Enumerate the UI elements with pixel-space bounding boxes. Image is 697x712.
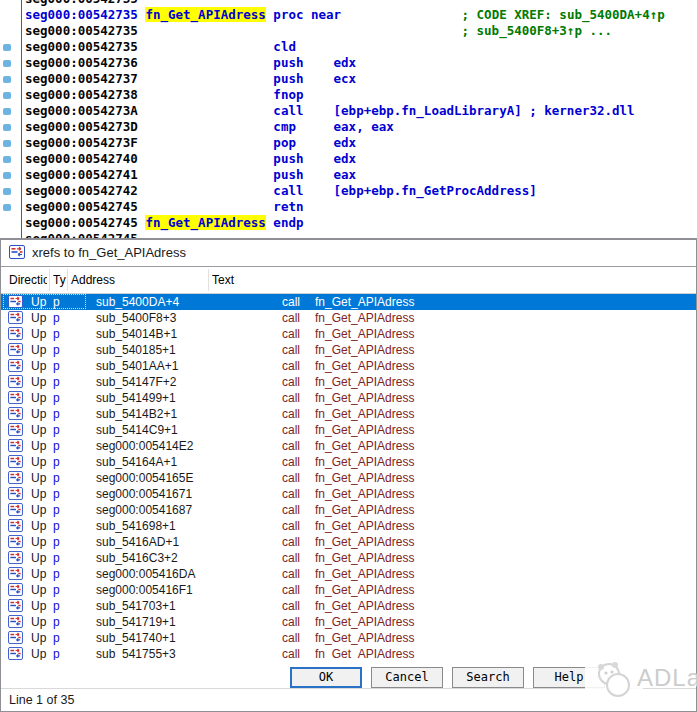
xref-type: p (53, 439, 60, 453)
xref-row[interactable]: Uppsub_5401AA+1callfn_Get_APIAdress (1, 358, 696, 374)
column-header-direction[interactable]: Direction (9, 273, 47, 287)
xref-direction: Up (31, 503, 46, 517)
xref-text-operand: fn_Get_APIAdress (315, 551, 414, 565)
xref-row[interactable]: Uppsub_540185+1callfn_Get_APIAdress (1, 342, 696, 358)
xref-address: seg000:005416F1 (96, 583, 193, 597)
xref-row[interactable]: Uppsub_54147F+2callfn_Get_APIAdress (1, 374, 696, 390)
xref-direction: Up (31, 391, 46, 405)
xref-text-mnemonic: call (282, 295, 300, 309)
disasm-line[interactable]: seg000:00542735 cld (25, 39, 665, 55)
xref-icon (8, 615, 23, 628)
xref-text-operand: fn_Get_APIAdress (315, 519, 414, 533)
xref-address: sub_541755+3 (96, 647, 176, 660)
disasm-line[interactable]: seg000:00542742 call [ebp+ebp.fn_GetProc… (25, 183, 665, 199)
xref-icon (8, 391, 23, 404)
xref-direction: Up (31, 327, 46, 341)
ok-button[interactable]: OK (290, 667, 362, 688)
xref-row[interactable]: Uppsub_5416AD+1callfn_Get_APIAdress (1, 534, 696, 550)
status-separator (1, 688, 696, 689)
xref-row[interactable]: Uppseg000:00541671callfn_Get_APIAdress (1, 486, 696, 502)
xref-row[interactable]: Uppsub_5414B2+1callfn_Get_APIAdress (1, 406, 696, 422)
xref-icon (8, 455, 23, 468)
xref-row[interactable]: Uppsub_541740+1callfn_Get_APIAdress (1, 630, 696, 646)
disasm-line[interactable]: seg000:00542745 retn (25, 199, 665, 215)
xref-address: sub_540185+1 (96, 343, 176, 357)
xref-row[interactable]: Uppseg000:0054165Ecallfn_Get_APIAdress (1, 470, 696, 486)
xref-text-operand: fn_Get_APIAdress (315, 615, 414, 629)
xref-row[interactable]: Uppsub_541499+1callfn_Get_APIAdress (1, 390, 696, 406)
xref-icon (8, 503, 23, 516)
xref-type: p (53, 583, 60, 597)
xref-row[interactable]: Uppsub_541698+1callfn_Get_APIAdress (1, 518, 696, 534)
xref-row[interactable]: Uppseg000:005416F1callfn_Get_APIAdress (1, 582, 696, 598)
xref-icon (8, 359, 23, 372)
xref-row[interactable]: Uppsub_5414C9+1callfn_Get_APIAdress (1, 422, 696, 438)
xref-direction: Up (31, 567, 46, 581)
xref-text-operand: fn_Get_APIAdress (315, 631, 414, 645)
disasm-line[interactable]: seg000:00542740 push edx (25, 151, 665, 167)
help-button[interactable]: Help (533, 667, 605, 688)
xref-direction: Up (31, 471, 46, 485)
xref-address: sub_541499+1 (96, 391, 176, 405)
search-button[interactable]: Search (452, 667, 524, 688)
xref-text-mnemonic: call (282, 359, 300, 373)
xref-row[interactable]: Uppsub_5400DA+4callfn_Get_APIAdress (1, 294, 696, 310)
xref-type: p (53, 519, 60, 533)
column-header-text[interactable]: Text (212, 273, 412, 287)
disasm-line[interactable]: seg000:00542736 push edx (25, 55, 665, 71)
disasm-line[interactable]: seg000:00542738 fnop (25, 87, 665, 103)
column-header-type[interactable]: Typ (53, 273, 66, 287)
instruction-dot-icon (3, 204, 11, 211)
xref-text-operand: fn_Get_APIAdress (315, 295, 414, 309)
xref-direction: Up (31, 343, 46, 357)
dialog-titlebar[interactable]: xrefs to fn_Get_APIAdress (1, 240, 696, 267)
column-separator[interactable] (208, 269, 209, 291)
xref-text-operand: fn_Get_APIAdress (315, 439, 414, 453)
xref-text-mnemonic: call (282, 551, 300, 565)
xref-address: sub_541740+1 (96, 631, 176, 645)
xref-address: sub_5416AD+1 (96, 535, 179, 549)
cancel-button[interactable]: Cancel (371, 667, 443, 688)
xref-icon (8, 295, 23, 308)
column-separator[interactable] (67, 269, 68, 291)
xref-text-operand: fn_Get_APIAdress (315, 359, 414, 373)
instruction-dot-icon (3, 76, 11, 83)
xref-icon (8, 327, 23, 340)
disasm-line[interactable]: seg000:00542741 push eax (25, 167, 665, 183)
xref-row[interactable]: Uppsub_541755+3callfn_Get_APIAdress (1, 646, 696, 660)
xref-row[interactable]: Uppsub_541703+1callfn_Get_APIAdress (1, 598, 696, 614)
xref-direction: Up (31, 439, 46, 453)
xref-row[interactable]: Uppsub_54014B+1callfn_Get_APIAdress (1, 326, 696, 342)
xrefs-dialog: xrefs to fn_Get_APIAdress Direction Typ … (0, 238, 697, 712)
xref-row[interactable]: Uppseg000:005414E2callfn_Get_APIAdress (1, 438, 696, 454)
xref-address: sub_5416C3+2 (96, 551, 178, 565)
xref-row[interactable]: Uppsub_5416C3+2callfn_Get_APIAdress (1, 550, 696, 566)
xref-row[interactable]: Uppsub_54164A+1callfn_Get_APIAdress (1, 454, 696, 470)
instruction-dot-icon (3, 108, 11, 115)
disasm-line[interactable]: seg000:0054273D cmp eax, eax (25, 119, 665, 135)
xref-address: sub_541698+1 (96, 519, 176, 533)
column-header-address[interactable]: Address (71, 273, 206, 287)
disasm-line[interactable]: seg000:00542735 ; sub_5400F8+3↑p ... (25, 23, 665, 39)
disasm-line[interactable]: seg000:00542737 push ecx (25, 71, 665, 87)
xref-direction: Up (31, 583, 46, 597)
disasm-line[interactable]: seg000:00542745 fn_Get_APIAdress endp (25, 215, 665, 231)
column-separator[interactable] (49, 269, 50, 291)
xref-type: p (53, 503, 60, 517)
xref-row[interactable]: Uppseg000:005416DAcallfn_Get_APIAdress (1, 566, 696, 582)
xref-address: sub_5400DA+4 (96, 295, 179, 309)
xref-text-operand: fn_Get_APIAdress (315, 503, 414, 517)
disassembly-code: seg000:00542735seg000:00542735 fn_Get_AP… (25, 0, 665, 240)
xref-address: seg000:00541671 (96, 487, 192, 501)
disasm-line[interactable]: seg000:0054273F pop edx (25, 135, 665, 151)
xref-row[interactable]: Uppseg000:00541687callfn_Get_APIAdress (1, 502, 696, 518)
xref-text-operand: fn_Get_APIAdress (315, 391, 414, 405)
xref-text-operand: fn_Get_APIAdress (315, 535, 414, 549)
instruction-dot-icon (3, 124, 11, 131)
disasm-line[interactable]: seg000:00542735 (25, 0, 665, 7)
xref-row[interactable]: Uppsub_541719+1callfn_Get_APIAdress (1, 614, 696, 630)
disasm-line[interactable]: seg000:00542735 fn_Get_APIAdress proc ne… (25, 7, 665, 23)
disasm-line[interactable]: seg000:0054273A call [ebp+ebp.fn_LoadLib… (25, 103, 665, 119)
xref-text-operand: fn_Get_APIAdress (315, 599, 414, 613)
xref-row[interactable]: Uppsub_5400F8+3callfn_Get_APIAdress (1, 310, 696, 326)
